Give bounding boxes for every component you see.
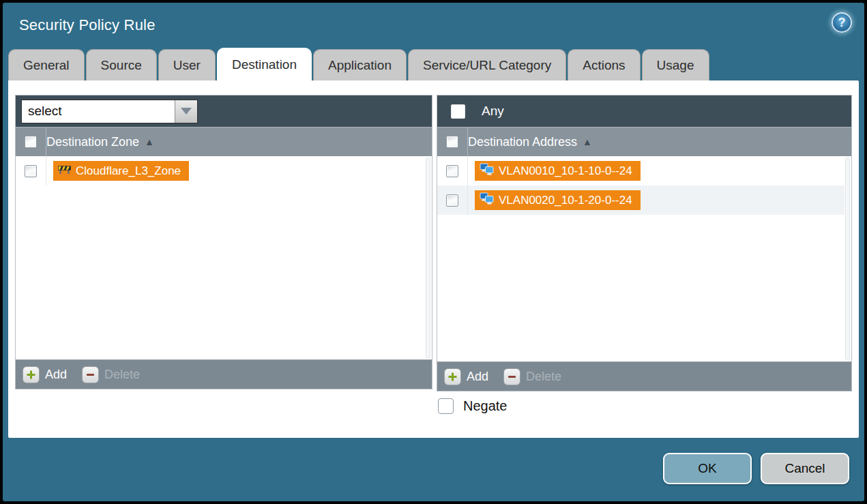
- destination-address-panel: Any Destination Address ▲: [437, 95, 852, 391]
- zone-select-dropdown[interactable]: select: [21, 100, 198, 123]
- tab-service-url-category[interactable]: Service/URL Category: [408, 49, 566, 80]
- address-toolbar: Any: [437, 95, 851, 127]
- zone-row[interactable]: Cloudflare_L3_Zone: [16, 156, 425, 186]
- address-add-button[interactable]: Add: [444, 368, 488, 385]
- dialog-title: Security Policy Rule: [19, 16, 156, 34]
- minus-icon: [503, 368, 520, 385]
- dialog-footer: OK Cancel: [3, 435, 864, 501]
- destination-zone-panel: select Destination Zone ▲: [15, 95, 432, 389]
- tab-destination[interactable]: Destination: [217, 48, 312, 80]
- address-delete-label: Delete: [526, 370, 561, 384]
- tab-application[interactable]: Application: [313, 49, 407, 80]
- address-add-label: Add: [467, 370, 488, 384]
- tab-source[interactable]: Source: [86, 49, 157, 80]
- tab-actions[interactable]: Actions: [568, 49, 640, 80]
- negate-checkbox[interactable]: [438, 398, 454, 414]
- any-label: Any: [482, 104, 504, 119]
- sort-asc-icon: ▲: [145, 136, 154, 147]
- destination-tab-content: select Destination Zone ▲: [8, 80, 859, 438]
- address-row-checkbox[interactable]: [446, 165, 458, 177]
- address-row-checkbox[interactable]: [446, 194, 458, 207]
- dialog-titlebar: Security Policy Rule ?: [3, 3, 864, 48]
- security-policy-rule-dialog: Security Policy Rule ? General Source Us…: [0, 0, 867, 504]
- zone-add-button[interactable]: Add: [23, 366, 67, 383]
- zone-column-header: Destination Zone ▲: [16, 127, 432, 156]
- zone-add-label: Add: [45, 368, 67, 382]
- zone-select-button[interactable]: [175, 100, 197, 123]
- address-column-label: Destination Address: [468, 135, 577, 149]
- zone-column-label: Destination Zone: [46, 135, 139, 149]
- zone-row-checkbox[interactable]: [25, 165, 37, 177]
- network-icon: [480, 163, 494, 179]
- tab-user[interactable]: User: [158, 49, 216, 80]
- zone-name: Cloudflare_L3_Zone: [76, 164, 181, 178]
- address-chip[interactable]: VLAN0020_10-1-20-0--24: [475, 190, 641, 210]
- tab-usage[interactable]: Usage: [642, 49, 709, 80]
- zone-icon: [58, 164, 71, 178]
- address-scrollbar[interactable]: [845, 158, 850, 360]
- network-icon: [480, 192, 494, 208]
- tab-general[interactable]: General: [8, 49, 85, 80]
- help-icon[interactable]: ?: [832, 12, 852, 33]
- zone-delete-button[interactable]: Delete: [82, 366, 140, 383]
- any-checkbox[interactable]: [451, 104, 465, 119]
- cancel-button[interactable]: Cancel: [761, 453, 849, 484]
- zone-list: Cloudflare_L3_Zone: [16, 156, 432, 359]
- address-footer: Add Delete: [437, 361, 851, 391]
- address-row[interactable]: VLAN0020_10-1-20-0--24: [437, 186, 844, 215]
- negate-option: Negate: [438, 398, 508, 414]
- address-name: VLAN0010_10-1-10-0--24: [499, 164, 632, 178]
- address-list: VLAN0010_10-1-10-0--24: [437, 156, 851, 361]
- address-row[interactable]: VLAN0010_10-1-10-0--24: [437, 156, 844, 186]
- address-delete-button[interactable]: Delete: [503, 368, 561, 385]
- minus-icon: [82, 366, 99, 383]
- address-column-header: Destination Address ▲: [437, 127, 851, 156]
- zone-toolbar: select: [16, 95, 432, 127]
- address-name: VLAN0020_10-1-20-0--24: [499, 194, 632, 207]
- zone-select-all-checkbox[interactable]: [25, 136, 37, 148]
- plus-icon: [23, 366, 40, 383]
- zone-footer: Add Delete: [16, 359, 432, 389]
- zone-column-sort[interactable]: Destination Zone ▲: [46, 135, 154, 149]
- tab-strip: General Source User Destination Applicat…: [8, 48, 709, 80]
- negate-label: Negate: [463, 398, 508, 414]
- sort-asc-icon: ▲: [583, 136, 592, 147]
- zone-select-value[interactable]: select: [22, 100, 175, 123]
- address-column-sort[interactable]: Destination Address ▲: [468, 135, 592, 149]
- address-select-all-checkbox[interactable]: [446, 136, 458, 148]
- plus-icon: [444, 368, 461, 385]
- zone-chip[interactable]: Cloudflare_L3_Zone: [53, 161, 189, 181]
- address-chip[interactable]: VLAN0010_10-1-10-0--24: [475, 161, 641, 181]
- zone-scrollbar[interactable]: [426, 158, 430, 358]
- chevron-down-icon: [181, 108, 192, 115]
- zone-delete-label: Delete: [104, 368, 140, 382]
- ok-button[interactable]: OK: [663, 453, 752, 484]
